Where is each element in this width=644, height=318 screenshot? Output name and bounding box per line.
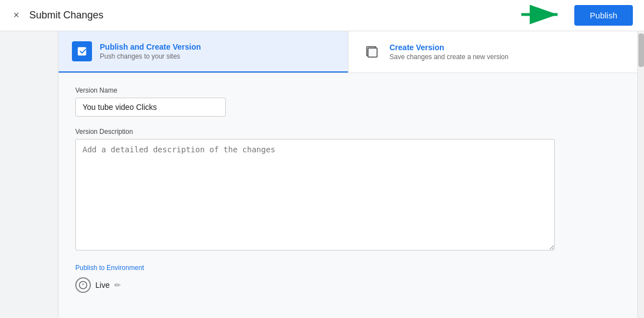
publish-create-icon [72,41,92,61]
live-env-label: Live [95,281,110,290]
version-name-label: Version Name [75,86,621,94]
edit-env-icon[interactable]: ✏ [114,281,121,290]
create-version-option[interactable]: Create Version Save changes and create a… [348,31,638,73]
header-left: × Submit Changes [11,7,104,23]
live-row: Live ✏ [75,277,621,293]
form-area: Version Name Version Description Publish… [59,73,637,317]
create-version-text: Create Version Save changes and create a… [390,43,509,61]
header: × Submit Changes Publish [0,0,644,31]
options-row: Publish and Create Version Push changes … [59,31,637,73]
publish-env-label: Publish to Environment [75,264,621,272]
publish-env-group: Publish to Environment Live ✏ [75,264,621,293]
content-panel: Publish and Create Version Push changes … [59,31,637,318]
svg-rect-3 [368,48,377,57]
main-content: Publish and Create Version Push changes … [0,31,644,318]
live-env-icon [75,277,91,293]
create-version-subtitle: Save changes and create a new version [390,53,509,61]
version-name-input[interactable] [75,98,226,117]
publish-create-option[interactable]: Publish and Create Version Push changes … [59,31,348,73]
scrollbar-thumb[interactable] [638,33,644,67]
version-description-group: Version Description [75,128,621,253]
close-button[interactable]: × [11,7,22,23]
publish-create-title: Publish and Create Version [100,42,201,51]
create-version-title: Create Version [390,43,509,52]
version-description-label: Version Description [75,128,621,136]
publish-button[interactable]: Publish [574,5,633,26]
left-panel [0,31,59,318]
publish-create-subtitle: Push changes to your sites [100,52,201,60]
version-description-textarea[interactable] [75,139,555,250]
green-arrow-indicator [521,3,566,28]
version-name-group: Version Name [75,86,621,117]
scrollbar-track[interactable] [637,31,644,318]
page-title: Submit Changes [30,9,104,21]
publish-create-text: Publish and Create Version Push changes … [100,42,201,60]
create-version-icon [362,42,382,62]
